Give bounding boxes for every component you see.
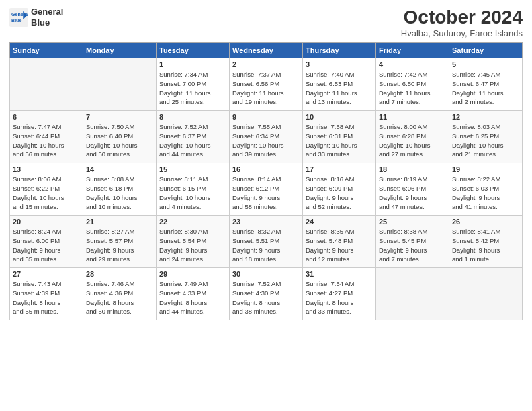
day-number: 14 [86, 165, 153, 173]
day-cell: 19Sunrise: 8:22 AM Sunset: 6:03 PM Dayli… [449, 163, 523, 216]
day-cell: 17Sunrise: 8:16 AM Sunset: 6:09 PM Dayli… [303, 163, 376, 216]
day-cell: 15Sunrise: 8:11 AM Sunset: 6:15 PM Dayli… [157, 163, 230, 216]
day-number: 18 [379, 165, 446, 173]
day-cell: 6Sunrise: 7:47 AM Sunset: 6:44 PM Daylig… [10, 111, 83, 163]
day-cell [83, 58, 157, 111]
day-number: 29 [159, 270, 226, 278]
day-info: Sunrise: 8:27 AM Sunset: 5:57 PM Dayligh… [86, 227, 153, 264]
day-number: 27 [13, 270, 80, 278]
day-cell: 30Sunrise: 7:52 AM Sunset: 4:30 PM Dayli… [230, 268, 303, 320]
day-info: Sunrise: 7:46 AM Sunset: 4:36 PM Dayligh… [86, 279, 153, 316]
week-row-5: 27Sunrise: 7:43 AM Sunset: 4:39 PM Dayli… [10, 268, 523, 320]
day-cell: 12Sunrise: 8:03 AM Sunset: 6:25 PM Dayli… [449, 111, 523, 163]
day-cell [10, 58, 83, 111]
weekday-header-thursday: Thursday [303, 43, 376, 58]
day-info: Sunrise: 7:47 AM Sunset: 6:44 PM Dayligh… [13, 122, 80, 159]
day-number: 24 [306, 218, 373, 226]
day-info: Sunrise: 7:54 AM Sunset: 4:27 PM Dayligh… [306, 279, 373, 316]
day-number: 6 [13, 113, 80, 121]
day-info: Sunrise: 7:58 AM Sunset: 6:31 PM Dayligh… [306, 122, 373, 159]
weekday-header-wednesday: Wednesday [230, 43, 303, 58]
day-cell: 22Sunrise: 8:30 AM Sunset: 5:54 PM Dayli… [157, 216, 230, 268]
weekday-header-saturday: Saturday [449, 43, 523, 58]
calendar-page: General Blue General Blue October 2024 H… [0, 0, 532, 411]
day-number: 23 [232, 218, 300, 226]
day-info: Sunrise: 7:52 AM Sunset: 4:30 PM Dayligh… [232, 279, 300, 316]
weekday-header-monday: Monday [83, 43, 157, 58]
day-info: Sunrise: 7:40 AM Sunset: 6:53 PM Dayligh… [306, 70, 373, 107]
day-info: Sunrise: 8:14 AM Sunset: 6:12 PM Dayligh… [232, 175, 300, 212]
weekday-header-row: SundayMondayTuesdayWednesdayThursdayFrid… [10, 43, 523, 58]
day-number: 5 [452, 60, 519, 68]
day-cell: 16Sunrise: 8:14 AM Sunset: 6:12 PM Dayli… [230, 163, 303, 216]
day-number: 21 [86, 218, 153, 226]
day-cell: 27Sunrise: 7:43 AM Sunset: 4:39 PM Dayli… [10, 268, 83, 320]
day-number: 28 [86, 270, 153, 278]
day-number: 10 [306, 113, 373, 121]
day-number: 16 [232, 165, 300, 173]
day-number: 15 [159, 165, 226, 173]
day-cell: 29Sunrise: 7:49 AM Sunset: 4:33 PM Dayli… [157, 268, 230, 320]
day-info: Sunrise: 7:43 AM Sunset: 4:39 PM Dayligh… [13, 279, 80, 316]
weekday-header-friday: Friday [376, 43, 449, 58]
day-cell [376, 268, 449, 320]
day-cell: 9Sunrise: 7:55 AM Sunset: 6:34 PM Daylig… [230, 111, 303, 163]
day-info: Sunrise: 8:08 AM Sunset: 6:18 PM Dayligh… [86, 175, 153, 212]
day-cell: 31Sunrise: 7:54 AM Sunset: 4:27 PM Dayli… [303, 268, 376, 320]
svg-text:Blue: Blue [11, 18, 21, 23]
day-info: Sunrise: 8:24 AM Sunset: 6:00 PM Dayligh… [13, 227, 80, 264]
day-cell: 13Sunrise: 8:06 AM Sunset: 6:22 PM Dayli… [10, 163, 83, 216]
day-cell: 2Sunrise: 7:37 AM Sunset: 6:56 PM Daylig… [230, 58, 303, 111]
day-info: Sunrise: 8:00 AM Sunset: 6:28 PM Dayligh… [379, 122, 446, 159]
day-cell: 1Sunrise: 7:34 AM Sunset: 7:00 PM Daylig… [157, 58, 230, 111]
day-info: Sunrise: 8:32 AM Sunset: 5:51 PM Dayligh… [232, 227, 300, 264]
weekday-header-tuesday: Tuesday [157, 43, 230, 58]
week-row-4: 20Sunrise: 8:24 AM Sunset: 6:00 PM Dayli… [10, 216, 523, 268]
title-block: October 2024 Hvalba, Suduroy, Faroe Isla… [401, 7, 523, 38]
day-number: 3 [306, 60, 373, 68]
day-cell [449, 268, 523, 320]
day-info: Sunrise: 7:49 AM Sunset: 4:33 PM Dayligh… [159, 279, 226, 316]
location-subtitle: Hvalba, Suduroy, Faroe Islands [401, 28, 523, 38]
day-number: 17 [306, 165, 373, 173]
day-info: Sunrise: 8:16 AM Sunset: 6:09 PM Dayligh… [306, 175, 373, 212]
day-cell: 26Sunrise: 8:41 AM Sunset: 5:42 PM Dayli… [449, 216, 523, 268]
day-info: Sunrise: 8:06 AM Sunset: 6:22 PM Dayligh… [13, 175, 80, 212]
day-number: 11 [379, 113, 446, 121]
day-cell: 3Sunrise: 7:40 AM Sunset: 6:53 PM Daylig… [303, 58, 376, 111]
logo-general: General [31, 7, 63, 17]
day-cell: 5Sunrise: 7:45 AM Sunset: 6:47 PM Daylig… [449, 58, 523, 111]
day-cell: 8Sunrise: 7:52 AM Sunset: 6:37 PM Daylig… [157, 111, 230, 163]
logo-icon: General Blue [9, 8, 28, 27]
logo: General Blue General Blue [9, 7, 63, 28]
day-info: Sunrise: 7:42 AM Sunset: 6:50 PM Dayligh… [379, 70, 446, 107]
day-number: 8 [159, 113, 226, 121]
day-cell: 28Sunrise: 7:46 AM Sunset: 4:36 PM Dayli… [83, 268, 157, 320]
day-info: Sunrise: 7:52 AM Sunset: 6:37 PM Dayligh… [159, 122, 226, 159]
day-cell: 4Sunrise: 7:42 AM Sunset: 6:50 PM Daylig… [376, 58, 449, 111]
day-info: Sunrise: 8:35 AM Sunset: 5:48 PM Dayligh… [306, 227, 373, 264]
header: General Blue General Blue October 2024 H… [9, 7, 523, 38]
day-number: 31 [306, 270, 373, 278]
day-info: Sunrise: 7:45 AM Sunset: 6:47 PM Dayligh… [452, 70, 519, 107]
day-cell: 14Sunrise: 8:08 AM Sunset: 6:18 PM Dayli… [83, 163, 157, 216]
day-info: Sunrise: 7:34 AM Sunset: 7:00 PM Dayligh… [159, 70, 226, 107]
day-cell: 21Sunrise: 8:27 AM Sunset: 5:57 PM Dayli… [83, 216, 157, 268]
day-cell: 18Sunrise: 8:19 AM Sunset: 6:06 PM Dayli… [376, 163, 449, 216]
day-info: Sunrise: 8:30 AM Sunset: 5:54 PM Dayligh… [159, 227, 226, 264]
day-number: 20 [13, 218, 80, 226]
day-info: Sunrise: 7:55 AM Sunset: 6:34 PM Dayligh… [232, 122, 300, 159]
day-number: 12 [452, 113, 519, 121]
logo-blue: Blue [31, 17, 63, 28]
day-number: 19 [452, 165, 519, 173]
day-cell: 11Sunrise: 8:00 AM Sunset: 6:28 PM Dayli… [376, 111, 449, 163]
week-row-2: 6Sunrise: 7:47 AM Sunset: 6:44 PM Daylig… [10, 111, 523, 163]
day-number: 4 [379, 60, 446, 68]
day-info: Sunrise: 8:03 AM Sunset: 6:25 PM Dayligh… [452, 122, 519, 159]
day-number: 22 [159, 218, 226, 226]
day-cell: 25Sunrise: 8:38 AM Sunset: 5:45 PM Dayli… [376, 216, 449, 268]
week-row-3: 13Sunrise: 8:06 AM Sunset: 6:22 PM Dayli… [10, 163, 523, 216]
day-info: Sunrise: 7:37 AM Sunset: 6:56 PM Dayligh… [232, 70, 300, 107]
day-cell: 10Sunrise: 7:58 AM Sunset: 6:31 PM Dayli… [303, 111, 376, 163]
day-cell: 20Sunrise: 8:24 AM Sunset: 6:00 PM Dayli… [10, 216, 83, 268]
